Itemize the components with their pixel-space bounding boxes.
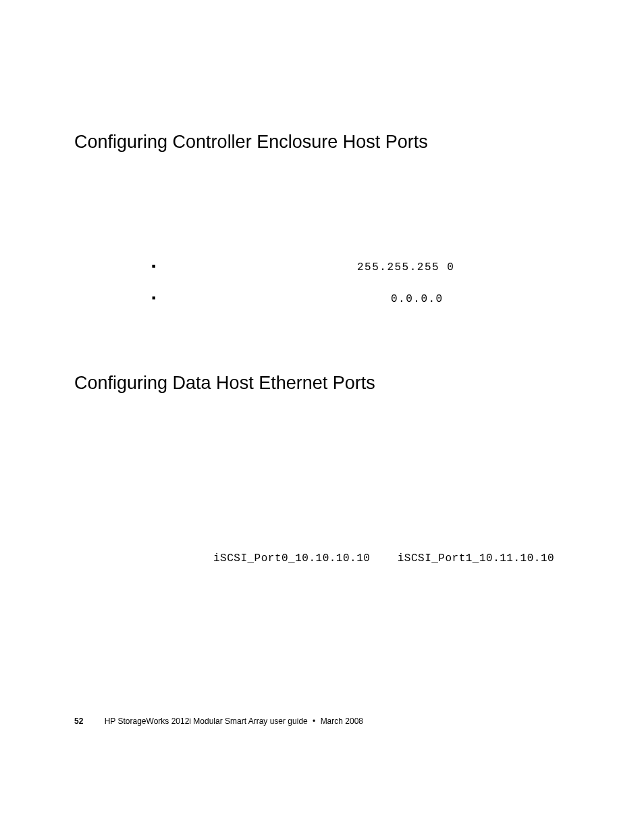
- heading-controller-enclosure-host-ports: Configuring Controller Enclosure Host Po…: [74, 132, 570, 153]
- footer-separator: •: [313, 716, 315, 726]
- page-footer: 52 HP StorageWorks 2012i Modular Smart A…: [74, 716, 363, 726]
- page-number: 52: [74, 716, 83, 726]
- netmask-value: 255.255.255 0: [357, 261, 454, 273]
- iscsi-port-example: iSCSI_Port0_10.10.10.10 iSCSI_Port1_10.1…: [213, 552, 570, 565]
- heading-data-host-ethernet-ports: Configuring Data Host Ethernet Ports: [74, 373, 570, 394]
- bullet-item-gateway: 0.0.0.0: [152, 292, 570, 305]
- footer-date: March 2008: [321, 716, 363, 726]
- footer-doc-title: HP StorageWorks 2012i Modular Smart Arra…: [105, 716, 308, 726]
- page-content: Configuring Controller Enclosure Host Po…: [0, 0, 644, 565]
- bullet-list-defaults: 255.255.255 0 0.0.0.0: [152, 261, 570, 305]
- bullet-item-netmask: 255.255.255 0: [152, 261, 570, 273]
- gateway-value: 0.0.0.0: [391, 293, 444, 305]
